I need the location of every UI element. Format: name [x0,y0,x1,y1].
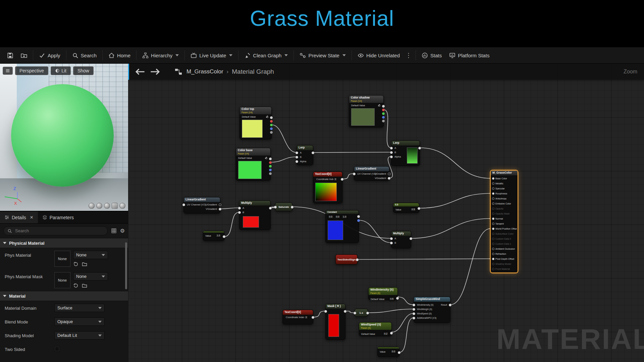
output-pin-result[interactable] [449,304,451,306]
browse-asset-icon[interactable] [82,283,87,288]
color-swatch[interactable] [242,120,263,138]
material-domain-combo[interactable]: Surface [54,304,105,312]
value-box[interactable]: 0.0 [335,215,341,219]
output-pin[interactable] [396,297,399,300]
material-preview-sphere[interactable] [11,84,114,187]
input-pin-alpha[interactable] [390,156,393,158]
input-pin-anisotropy[interactable] [492,197,494,200]
value-box[interactable]: 1.0 [215,234,221,238]
output-pin-2[interactable] [269,165,272,168]
preview-shape-cube-button[interactable] [112,203,118,209]
input-pin-normal[interactable] [492,218,494,220]
color-swatch[interactable] [328,314,339,337]
input-pin-ambient-occlusion[interactable] [492,248,494,250]
input-pin-emissive-color[interactable] [492,202,494,205]
use-selected-icon[interactable] [73,261,78,267]
blend-mode-combo[interactable]: Opaque [54,317,105,326]
output-pin-vgradient[interactable] [219,208,221,210]
node-mask-r[interactable]: Mask ( R ) [325,304,345,340]
output-pin-4[interactable] [270,131,273,134]
toolbar-search[interactable]: Search [68,50,101,61]
output-pin[interactable] [418,207,420,210]
toolbar-live-update[interactable]: Live Update [187,50,236,61]
output-pin[interactable] [291,206,293,208]
node-texcoord-2[interactable]: TexCoord[0]Coordinate Index0 [282,310,313,324]
node-constant-vec[interactable]: Constant0.00.01.0 [325,210,359,243]
node-two-sided-sign[interactable]: TwoSidedSign [335,254,358,264]
phys-material-thumbnail[interactable]: None [54,251,70,267]
input-pin-tangent[interactable] [492,223,494,225]
output-pin-0[interactable] [382,105,385,108]
node-color-top[interactable]: Color topParam (V4)Default Value [239,107,272,139]
node-texcoord-1[interactable]: TexCoord[0]Coordinate Index0 [313,172,342,203]
value-box[interactable]: 0 [304,315,308,319]
gear-icon[interactable]: ⚙ [120,228,125,234]
input-pin-custom-data-0[interactable] [492,238,494,240]
color-swatch[interactable] [328,221,343,240]
input-pin-alpha[interactable] [296,160,298,163]
input-pin-pixel-depth-offset[interactable] [492,258,494,260]
input-pin-b[interactable] [390,242,393,244]
use-selected-icon[interactable] [73,283,78,288]
browse-asset-icon[interactable] [82,261,87,267]
material-graph-canvas[interactable]: MATERIAL Color topParam (V4)Default Valu… [128,64,644,362]
toolbar-apply[interactable]: Apply [35,50,64,61]
input-pin-uv-channel[interactable] [353,173,356,175]
toolbar-hide-unrelated[interactable]: Hide Unrelated [354,50,404,61]
search-box[interactable] [3,226,108,235]
node-constant-0[interactable]: Value0.0 [377,347,399,357]
output-pin[interactable] [410,237,412,240]
node-lerp-2[interactable]: LerpABAlpha [391,140,420,166]
output-pin-1[interactable] [382,109,385,111]
output-pin[interactable] [312,316,314,319]
details-scrollbar[interactable] [125,242,127,289]
preview-shape-cylinder-button[interactable] [89,203,95,209]
value-box[interactable]: 1.0 [341,215,347,219]
gradient-swatch[interactable] [407,147,418,164]
input-pin-world-position-offset[interactable] [492,228,494,230]
input-pin-a[interactable] [296,152,298,154]
toolbar-preview-state[interactable]: Preview State [296,50,350,61]
input-pin-windweight-s[interactable] [413,308,415,311]
input-pin-specular[interactable] [492,187,494,190]
output-pin-ugradient[interactable] [388,173,390,175]
input-pin-metallic[interactable] [492,182,494,185]
color-swatch[interactable] [238,161,262,179]
output-pin[interactable] [390,332,393,335]
value-box[interactable]: 0.5 [389,297,395,301]
node-multiply-2[interactable]: MultiplyAB [391,231,411,248]
output-pin[interactable] [398,351,400,354]
output-pin-4[interactable] [269,172,272,175]
breadcrumb-asset[interactable]: M_GrassColor [186,68,223,75]
node-wind-speed[interactable]: WindSpeed (S)Param (S)Default Value0.2 [359,322,392,336]
output-pin-3[interactable] [382,116,385,119]
input-pin-opacity-mask[interactable] [492,213,494,215]
toolbar-stats[interactable]: Stats [418,50,445,61]
value-box[interactable]: 0 [333,177,337,181]
node-lerp-1[interactable]: LerpABAlpha [297,145,313,165]
output-pin-1[interactable] [270,120,273,123]
input-pin[interactable] [274,206,277,208]
value-box[interactable]: 0.5 [410,207,416,212]
input-pin-uv-channel[interactable] [182,203,185,206]
node-linear-gradient-1[interactable]: LinearGradientUV Channel (V2)UGradientVG… [183,197,220,214]
output-pin-2[interactable] [382,112,385,115]
output-pin[interactable] [341,178,343,181]
value-box[interactable]: 0.0 [328,215,334,219]
phys-material-mask-thumbnail[interactable]: None [54,272,70,288]
toolbar-save[interactable] [3,50,17,61]
viewport-menu-button[interactable] [3,67,13,75]
preview-shape-teapot-button[interactable] [119,203,125,209]
toolbar-hierarchy[interactable]: Hierarchy [139,50,182,61]
input-pin-front-material[interactable] [492,268,494,270]
input-pin-custom-data-1[interactable] [492,243,494,245]
input-pin-a[interactable] [390,237,393,240]
output-pin-3[interactable] [270,127,273,130]
output-pin[interactable] [356,258,359,261]
value-box[interactable]: 0.0 [390,350,396,354]
toolbar-home[interactable]: Home [105,50,134,61]
output-pin-2[interactable] [270,124,273,126]
output-pin[interactable] [223,235,225,238]
input-pin[interactable] [324,310,327,313]
input-pin-subsurface-color[interactable] [492,233,494,235]
